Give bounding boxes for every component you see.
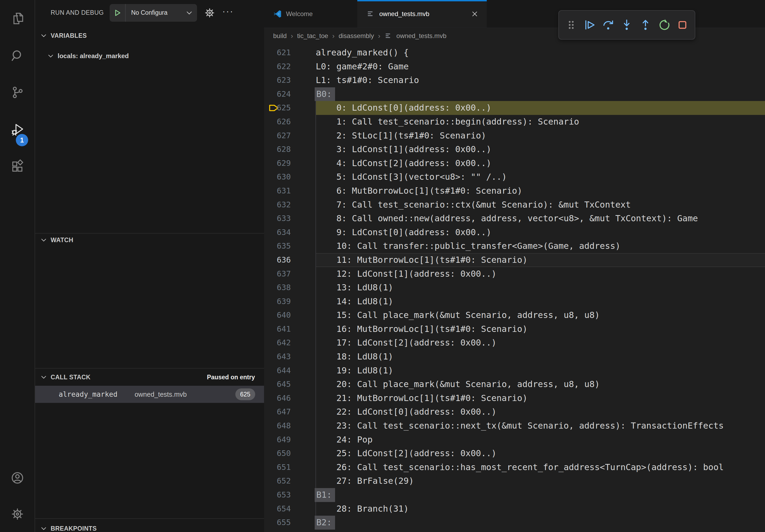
drag-grip-icon[interactable] — [564, 15, 579, 35]
breadcrumb-item[interactable]: build — [273, 32, 287, 40]
line-number[interactable]: 641 — [264, 322, 291, 336]
code-line[interactable]: 654 28: Branch(31) — [264, 502, 765, 516]
code-line[interactable]: 643 18: LdU8(1) — [264, 350, 765, 364]
search-icon[interactable] — [0, 37, 35, 74]
line-number[interactable]: 638 — [264, 281, 291, 295]
extensions-icon[interactable] — [0, 148, 35, 185]
line-number[interactable]: 655 — [264, 516, 291, 530]
more-actions-icon[interactable]: ··· — [222, 8, 234, 17]
code-line[interactable]: 627 2: StLoc[1](ts#1#0: Scenario) — [264, 129, 765, 143]
line-number[interactable]: 653 — [264, 488, 291, 502]
call-stack-frame-row[interactable]: already_marked owned_tests.mvb 625 — [35, 386, 264, 403]
line-number[interactable]: 633 — [264, 212, 291, 226]
line-number[interactable]: 637 — [264, 267, 291, 281]
line-number[interactable]: 650 — [264, 446, 291, 460]
line-number[interactable]: 632 — [264, 198, 291, 212]
line-number[interactable]: 648 — [264, 419, 291, 433]
line-number[interactable]: 654 — [264, 502, 291, 516]
code-line[interactable]: 653 B1: — [264, 488, 765, 502]
line-number[interactable]: 625 — [264, 101, 291, 115]
code-area[interactable]: 621 already_marked() { 622 L0: game#2#0:… — [264, 44, 765, 532]
variables-section-header[interactable]: VARIABLES — [35, 29, 264, 43]
breadcrumb-item[interactable]: disassembly — [339, 32, 374, 40]
code-line[interactable]: 623 L1: ts#1#0: Scenario — [264, 73, 765, 87]
line-number[interactable]: 644 — [264, 364, 291, 378]
code-line[interactable]: 646 21: MutBorrowLoc[1](ts#1#0: Scenario… — [264, 392, 765, 405]
line-number[interactable]: 642 — [264, 336, 291, 350]
line-number[interactable]: 647 — [264, 405, 291, 419]
breadcrumb-item[interactable]: tic_tac_toe — [297, 32, 328, 40]
tab-welcome[interactable]: Welcome — [264, 0, 357, 28]
code-line[interactable]: 626 1: Call test_scenario::begin(address… — [264, 115, 765, 129]
settings-gear-icon[interactable] — [0, 496, 35, 532]
line-number[interactable]: 649 — [264, 433, 291, 447]
debug-config-dropdown[interactable]: No Configura — [110, 4, 197, 22]
code-line[interactable]: 631 6: MutBorrowLoc[1](ts#1#0: Scenario) — [264, 184, 765, 198]
code-line[interactable]: 630 5: LdConst[3](vector<u8>: "" /..) — [264, 170, 765, 184]
tab-owned-tests[interactable]: owned_tests.mvb — [357, 0, 487, 28]
code-line[interactable]: 624 B0: — [264, 87, 765, 101]
line-number[interactable]: 630 — [264, 170, 291, 184]
code-line[interactable]: 622 L0: game#2#0: Game — [264, 60, 765, 74]
files-icon[interactable] — [0, 0, 35, 37]
code-line[interactable]: 632 7: Call test_scenario::ctx(&mut Scen… — [264, 198, 765, 212]
code-line[interactable]: 634 9: LdConst[0](address: 0x00..) — [264, 226, 765, 239]
code-line[interactable]: 639 14: LdU8(1) — [264, 295, 765, 309]
code-line[interactable]: 637 12: LdConst[1](address: 0x00..) — [264, 267, 765, 281]
breadcrumb-item[interactable]: owned_tests.mvb — [396, 32, 446, 40]
code-line[interactable]: 651 26: Call test_scenario::has_most_rec… — [264, 460, 765, 474]
close-icon[interactable] — [471, 10, 479, 18]
code-line[interactable]: 628 3: LdConst[1](address: 0x00..) — [264, 142, 765, 156]
line-number[interactable]: 627 — [264, 129, 291, 143]
code-line[interactable]: 641 16: MutBorrowLoc[1](ts#1#0: Scenario… — [264, 322, 765, 336]
code-line[interactable]: 648 23: Call test_scenario::next_tx(&mut… — [264, 419, 765, 433]
step-out-icon[interactable] — [638, 15, 653, 35]
restart-icon[interactable] — [656, 15, 671, 35]
watch-section-header[interactable]: WATCH — [35, 234, 264, 246]
line-number[interactable]: 651 — [264, 460, 291, 474]
line-number[interactable]: 623 — [264, 73, 291, 87]
line-number[interactable]: 635 — [264, 239, 291, 253]
run-and-debug-icon[interactable]: 1 — [0, 111, 35, 148]
call-stack-section-header[interactable]: CALL STACK Paused on entry — [35, 369, 264, 386]
line-number[interactable]: 652 — [264, 474, 291, 488]
line-number[interactable]: 622 — [264, 60, 291, 74]
line-number[interactable]: 640 — [264, 308, 291, 322]
code-line[interactable]: 621 already_marked() { — [264, 46, 765, 60]
code-line[interactable]: 625 0: LdConst[0](address: 0x00..) — [264, 101, 765, 115]
stop-icon[interactable] — [675, 15, 690, 35]
line-number[interactable]: 624 — [264, 87, 291, 101]
line-number[interactable]: 636 — [264, 253, 291, 267]
debug-gear-icon[interactable] — [204, 7, 215, 19]
code-line[interactable]: 629 4: LdConst[2](address: 0x00..) — [264, 156, 765, 170]
step-into-icon[interactable] — [619, 15, 634, 35]
code-line[interactable]: 645 20: Call place_mark(&mut Scenario, a… — [264, 378, 765, 392]
code-line[interactable]: 652 27: BrFalse(29) — [264, 474, 765, 488]
line-number[interactable]: 631 — [264, 184, 291, 198]
code-line[interactable]: 647 22: LdConst[0](address: 0x00..) — [264, 405, 765, 419]
code-line[interactable]: 649 24: Pop — [264, 433, 765, 447]
line-number[interactable]: 626 — [264, 115, 291, 129]
variables-scope-row[interactable]: locals: already_marked — [35, 49, 264, 63]
code-line[interactable]: 638 13: LdU8(1) — [264, 281, 765, 295]
code-line[interactable]: 636 11: MutBorrowLoc[1](ts#1#0: Scenario… — [264, 253, 765, 267]
line-number[interactable]: 621 — [264, 46, 291, 60]
step-over-icon[interactable] — [601, 15, 616, 35]
code-line[interactable]: 633 8: Call owned::new(address, address,… — [264, 212, 765, 226]
line-number[interactable]: 643 — [264, 350, 291, 364]
continue-icon[interactable] — [582, 15, 597, 35]
start-debugging-icon[interactable] — [110, 9, 125, 17]
line-number[interactable]: 634 — [264, 226, 291, 239]
code-line[interactable]: 655 B2: — [264, 516, 765, 530]
line-number[interactable]: 646 — [264, 392, 291, 405]
line-number[interactable]: 628 — [264, 142, 291, 156]
code-line[interactable]: 640 15: Call place_mark(&mut Scenario, a… — [264, 308, 765, 322]
code-line[interactable]: 644 19: LdU8(1) — [264, 364, 765, 378]
code-line[interactable]: 642 17: LdConst[2](address: 0x00..) — [264, 336, 765, 350]
breakpoints-section-header[interactable]: BREAKPOINTS — [35, 519, 264, 532]
source-control-icon[interactable] — [0, 74, 35, 111]
line-number[interactable]: 629 — [264, 156, 291, 170]
line-number[interactable]: 645 — [264, 378, 291, 392]
account-icon[interactable] — [0, 460, 35, 496]
line-number[interactable]: 639 — [264, 295, 291, 309]
